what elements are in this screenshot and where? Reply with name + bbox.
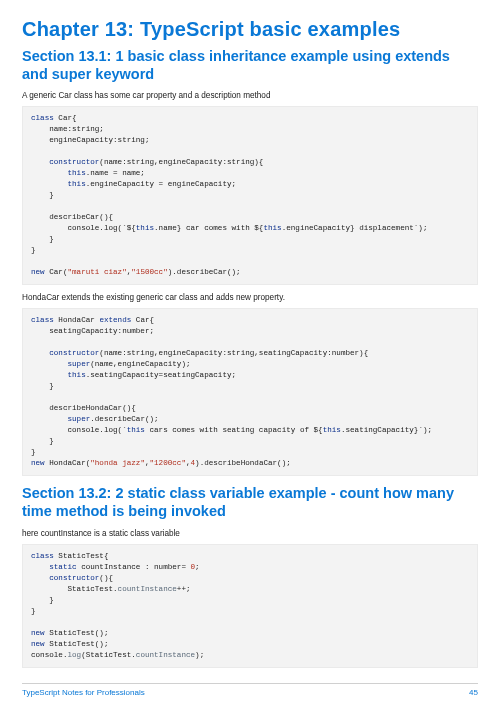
t: HondaCar(: [45, 459, 91, 467]
t: }: [31, 246, 36, 254]
t: seatingCapacity:number;: [31, 327, 154, 335]
kw-this: this: [323, 426, 341, 434]
kw-this: this: [127, 426, 145, 434]
t: (name:string,engineCapacity:string){: [99, 158, 263, 166]
t: (name:string,engineCapacity:string,seati…: [99, 349, 368, 357]
section-13-1-intro: A generic Car class has some car propert…: [22, 91, 478, 100]
kw-this: this: [31, 180, 86, 188]
t: ++;: [177, 585, 191, 593]
t: describeHondaCar(){: [31, 404, 136, 412]
footer-page-number: 45: [469, 688, 478, 697]
kw-super: super: [31, 360, 90, 368]
prop-countInstance: countInstance: [136, 651, 195, 659]
t: );: [195, 651, 204, 659]
str: "maruti ciaz": [67, 268, 126, 276]
footer-left: TypeScript Notes for Professionals: [22, 688, 145, 697]
kw-this: this: [31, 371, 86, 379]
t: .seatingCapacity}`);: [341, 426, 432, 434]
kw-class: class: [31, 114, 54, 122]
t: }: [31, 596, 54, 604]
t: Car{: [131, 316, 154, 324]
t: countInstance : number=: [77, 563, 191, 571]
section-13-2-intro: here countInstance is a static class var…: [22, 529, 478, 538]
t: }: [31, 235, 54, 243]
str: "1200cc": [150, 459, 186, 467]
t: }: [31, 191, 54, 199]
kw-constructor: constructor: [31, 158, 99, 166]
t: }: [31, 607, 36, 615]
chapter-title: Chapter 13: TypeScript basic examples: [22, 18, 478, 41]
code-block-static: class StaticTest{ static countInstance :…: [22, 544, 478, 668]
t: name:string;: [31, 125, 104, 133]
t: .engineCapacity} displacement`);: [282, 224, 428, 232]
kw-class: class: [31, 552, 54, 560]
t: .name = name;: [86, 169, 145, 177]
kw-new: new: [31, 629, 45, 637]
kw-static: static: [31, 563, 77, 571]
kw-class: class: [31, 316, 54, 324]
t: describeCar(){: [31, 213, 113, 221]
t: StaticTest();: [45, 629, 109, 637]
kw-this: this: [31, 169, 86, 177]
section-heading-13-1: Section 13.1: 1 basic class inheritance …: [22, 47, 478, 83]
t: .name} car comes with ${: [154, 224, 263, 232]
t: ).describeHondaCar();: [195, 459, 291, 467]
kw-new: new: [31, 640, 45, 648]
t: }: [31, 382, 54, 390]
t: .describeCar();: [90, 415, 158, 423]
str: "1500cc": [131, 268, 167, 276]
t: StaticTest();: [45, 640, 109, 648]
t: ;: [195, 563, 200, 571]
t: engineCapacity:string;: [31, 136, 149, 144]
t: StaticTest.: [31, 585, 118, 593]
kw-this: this: [136, 224, 154, 232]
kw-new: new: [31, 268, 45, 276]
kw-constructor: constructor: [31, 574, 99, 582]
code-block-honda: class HondaCar extends Car{ seatingCapac…: [22, 308, 478, 476]
t: }: [31, 437, 54, 445]
str: "honda jazz": [90, 459, 145, 467]
t: }: [31, 448, 36, 456]
kw-super: super: [31, 415, 90, 423]
section-heading-13-2: Section 13.2: 2 static class variable ex…: [22, 484, 478, 520]
code-block-car: class Car{ name:string; engineCapacity:s…: [22, 106, 478, 285]
t: console.: [31, 651, 67, 659]
page-footer: TypeScript Notes for Professionals 45: [22, 683, 478, 697]
t: console.log(`: [31, 426, 127, 434]
t: (){: [99, 574, 113, 582]
t: (name,engineCapacity);: [90, 360, 190, 368]
t: console.log(`${: [31, 224, 136, 232]
t: HondaCar: [54, 316, 100, 324]
t: ).describeCar();: [168, 268, 241, 276]
prop-countInstance: countInstance: [118, 585, 177, 593]
t: .engineCapacity = engineCapacity;: [86, 180, 236, 188]
call-log: log: [67, 651, 81, 659]
t: cars comes with seating capacity of ${: [145, 426, 323, 434]
section-13-1-between: HondaCar extends the existing generic ca…: [22, 293, 478, 302]
kw-extends: extends: [99, 316, 131, 324]
kw-constructor: constructor: [31, 349, 99, 357]
kw-new: new: [31, 459, 45, 467]
t: Car(: [45, 268, 68, 276]
t: (StaticTest.: [81, 651, 136, 659]
t: .seatingCapacity=seatingCapacity;: [86, 371, 236, 379]
t: Car{: [54, 114, 77, 122]
t: StaticTest{: [54, 552, 109, 560]
kw-this: this: [263, 224, 281, 232]
